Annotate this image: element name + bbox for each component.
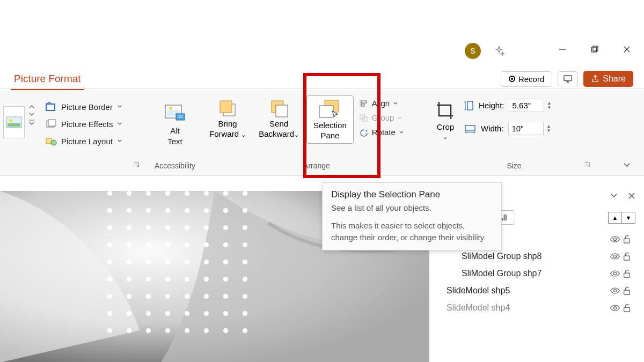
gallery-up-icon[interactable] [28, 104, 35, 109]
svg-point-41 [614, 255, 617, 258]
chevron-down-icon [117, 104, 122, 109]
picture-effects-button[interactable]: Picture Effects [45, 119, 122, 129]
visibility-toggle-icon[interactable] [610, 270, 623, 277]
height-icon [464, 100, 474, 112]
tab-picture-format[interactable]: Picture Format [11, 71, 84, 91]
picture-style-preset[interactable] [3, 106, 25, 138]
record-icon [509, 76, 515, 82]
svg-point-43 [614, 272, 617, 275]
align-icon [359, 99, 369, 108]
send-backward-label-2: Backward [259, 129, 294, 138]
svg-rect-29 [361, 104, 364, 106]
align-button[interactable]: Align [359, 99, 404, 108]
bring-forward-label-1: Bring [218, 119, 237, 128]
svg-rect-24 [276, 105, 288, 117]
svg-rect-28 [361, 101, 367, 103]
sparkle-icon[interactable] [491, 43, 507, 59]
selection-object-row[interactable]: SliModel Group shp8 [447, 252, 635, 261]
group-label-size: Size [434, 161, 595, 170]
user-avatar[interactable]: S [465, 43, 481, 59]
gallery-down-icon[interactable] [28, 112, 35, 117]
send-backward-icon [268, 98, 290, 119]
selection-object-row[interactable]: SlideModel shp4 [447, 303, 635, 313]
chevron-down-icon [117, 121, 122, 127]
picture-styles-launcher[interactable] [133, 161, 141, 169]
share-label: Share [603, 74, 626, 84]
svg-point-47 [614, 307, 617, 309]
height-input[interactable] [509, 99, 544, 112]
effects-icon [45, 119, 57, 129]
alt-text-label-2: Text [167, 137, 182, 146]
rotate-button[interactable]: Rotate [359, 128, 404, 137]
align-label: Align [372, 99, 390, 108]
crop-icon [434, 99, 457, 122]
close-button[interactable] [620, 43, 633, 56]
move-up-button[interactable]: ▲ [608, 212, 622, 224]
width-icon [464, 124, 477, 134]
lock-toggle-icon[interactable] [623, 252, 635, 261]
crop-button[interactable]: Crop⌄ [434, 95, 457, 141]
selection-pane-label-2: Pane [320, 131, 339, 140]
bring-forward-label-2: Forward [209, 129, 239, 138]
rotate-icon [359, 128, 369, 137]
group-label-arrange: Arrange [204, 161, 429, 170]
svg-rect-18 [176, 114, 185, 120]
collapse-ribbon-button[interactable] [623, 161, 631, 168]
object-name: SlideModel shp5 [447, 286, 610, 295]
selection-pane-close-icon[interactable] [628, 192, 635, 200]
lock-toggle-icon[interactable] [623, 286, 635, 295]
svg-rect-13 [46, 138, 52, 144]
minimize-button[interactable] [556, 43, 569, 56]
record-button[interactable]: Record [501, 71, 552, 87]
present-button[interactable] [558, 71, 578, 86]
bring-forward-button[interactable]: BringForward ⌄ [204, 95, 251, 139]
group-icon [359, 114, 369, 122]
ribbon: Picture Border Picture Effects Picture L… [0, 90, 644, 176]
alt-text-label-1: Alt [170, 126, 180, 135]
restore-button[interactable] [588, 43, 601, 56]
object-name: SliModel Group shp8 [447, 252, 610, 261]
svg-rect-48 [624, 307, 630, 312]
alt-text-button[interactable]: AltText [148, 95, 202, 146]
record-label: Record [518, 75, 544, 84]
visibility-toggle-icon[interactable] [610, 235, 623, 243]
selection-pane-icon [317, 99, 343, 121]
visibility-toggle-icon[interactable] [610, 287, 623, 294]
selection-pane-collapse-icon[interactable] [610, 192, 618, 200]
group-arrange: BringForward ⌄ SendBackward⌄ SelectionPa… [204, 95, 429, 170]
selection-pane-label-1: Selection [313, 121, 347, 130]
lock-toggle-icon[interactable] [623, 269, 635, 278]
send-backward-button[interactable]: SendBackward⌄ [253, 95, 304, 139]
width-input[interactable] [508, 122, 544, 135]
share-button[interactable]: Share [583, 71, 633, 87]
svg-point-45 [614, 290, 617, 292]
selection-object-row[interactable]: SliModel Group shp7 [447, 269, 635, 278]
picture-layout-button[interactable]: Picture Layout [45, 136, 122, 146]
bring-forward-icon [217, 98, 238, 119]
visibility-toggle-icon[interactable] [610, 253, 623, 260]
lock-toggle-icon[interactable] [623, 303, 635, 313]
decorative-dots [107, 191, 263, 341]
chevron-down-icon [397, 115, 402, 121]
svg-point-39 [614, 238, 617, 241]
svg-rect-46 [624, 290, 630, 294]
picture-border-button[interactable]: Picture Border [45, 102, 122, 112]
height-spin-down[interactable]: ▼ [547, 106, 552, 110]
group-label-accessibility: Accessibility [148, 161, 202, 170]
chevron-down-icon [117, 138, 122, 144]
layout-icon [45, 136, 57, 146]
width-label: Width: [481, 124, 504, 133]
svg-rect-7 [8, 123, 20, 127]
selection-object-row[interactable]: SlideModel shp5 [447, 286, 635, 295]
crop-label: Crop [437, 122, 455, 131]
move-down-button[interactable]: ▼ [621, 212, 635, 224]
gallery-more-icon[interactable] [28, 119, 35, 125]
group-button[interactable]: Group [359, 113, 404, 122]
selection-pane-button[interactable]: SelectionPane [306, 95, 354, 144]
lock-toggle-icon[interactable] [623, 234, 635, 244]
rotate-label: Rotate [372, 128, 396, 137]
width-spin-down[interactable]: ▼ [547, 129, 551, 133]
send-backward-label-1: Send [269, 119, 288, 128]
visibility-toggle-icon[interactable] [610, 304, 623, 312]
svg-rect-12 [48, 120, 56, 126]
